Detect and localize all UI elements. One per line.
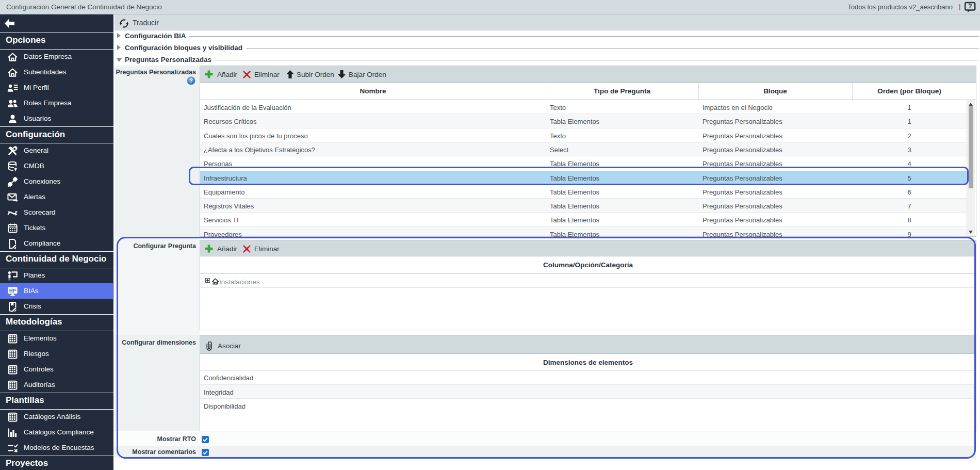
svg-text:?: ? bbox=[968, 3, 972, 10]
